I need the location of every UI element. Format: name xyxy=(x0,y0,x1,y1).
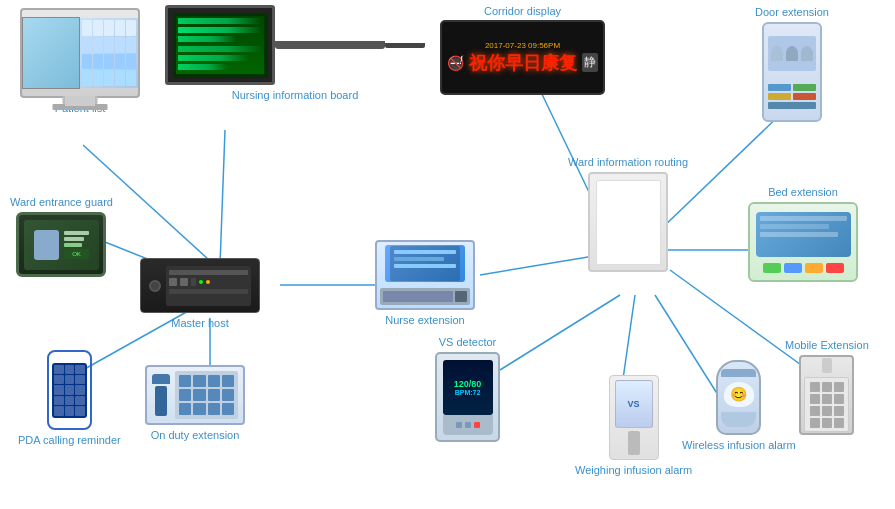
diagram: Patient list Nursing informati xyxy=(0,0,895,509)
corridor-display-device: Corridor display 2017-07-23 09:56PM 🚭 祝你… xyxy=(440,5,605,95)
door-ext-label: Door extension xyxy=(755,5,829,19)
master-host-label: Master host xyxy=(171,316,228,330)
patient-list-device: Patient list xyxy=(20,8,140,115)
vs-detector-label-top: VS detector xyxy=(439,335,496,349)
ward-entrance-device: Ward entrance guard OK xyxy=(10,195,113,277)
corridor-quiet: 静 xyxy=(582,53,598,72)
corridor-icon: 🚭 xyxy=(447,55,464,71)
ward-routing-label: Ward information routing xyxy=(568,155,688,169)
corridor-time: 2017-07-23 09:56PM xyxy=(485,41,560,50)
wireless-device: 😊 Wireless infusion alarm xyxy=(682,360,796,452)
vs-detector-device: VS detector 120/80 BPM:72 xyxy=(435,335,500,442)
duty-ext-image xyxy=(145,365,245,425)
mobile-ext-label-top: Mobile Extension xyxy=(785,338,869,352)
ward-routing-image xyxy=(588,172,668,272)
bed-extension-device: Bed extension xyxy=(748,185,858,282)
ward-entrance-image: OK xyxy=(16,212,106,277)
patient-list-image xyxy=(20,8,140,98)
master-host-device: Master host xyxy=(140,258,260,330)
vs-image: 120/80 BPM:72 xyxy=(435,352,500,442)
nurse-ext-label: Nurse extension xyxy=(385,313,465,327)
duty-ext-label: On duty extension xyxy=(151,428,240,442)
corridor-label-top: Corridor display xyxy=(484,5,561,17)
vs-display: 120/80 BPM:72 xyxy=(454,379,482,396)
pda-image xyxy=(47,350,92,430)
bed-ext-image xyxy=(748,202,858,282)
mobile-ext-device: Mobile Extension xyxy=(785,338,869,435)
weighing-label: Weighing infusion alarm xyxy=(575,463,692,477)
wireless-label: Wireless infusion alarm xyxy=(682,438,796,452)
bed-ext-label: Bed extension xyxy=(768,185,838,199)
door-ext-image xyxy=(762,22,822,122)
nurse-extension-device: Nurse extension xyxy=(375,240,475,327)
wireless-image: 😊 xyxy=(716,360,761,435)
corridor-image: 2017-07-23 09:56PM 🚭 祝你早日康复 静 xyxy=(440,20,605,95)
nurse-ext-image xyxy=(375,240,475,310)
weighing-device: VS Weighing infusion alarm xyxy=(575,375,692,477)
door-extension-device: Door extension xyxy=(755,5,829,122)
nursing-board-label: Nursing information board xyxy=(232,88,359,102)
pda-device: PDA calling reminder xyxy=(18,350,121,447)
ward-routing-device: Ward information routing xyxy=(568,155,688,272)
duty-ext-device: On duty extension xyxy=(145,365,245,442)
nursing-board-device: Nursing information board xyxy=(165,5,425,102)
svg-line-10 xyxy=(500,295,620,370)
pda-label: PDA calling reminder xyxy=(18,433,121,447)
svg-line-1 xyxy=(220,130,225,265)
ward-entrance-label: Ward entrance guard xyxy=(10,195,113,209)
mobile-ext-image xyxy=(799,355,854,435)
nursing-board-image xyxy=(165,5,425,85)
wireless-smile-icon: 😊 xyxy=(730,386,747,402)
weighing-image: VS xyxy=(609,375,659,460)
master-host-image xyxy=(140,258,260,313)
corridor-chinese: 祝你早日康复 xyxy=(469,51,577,75)
